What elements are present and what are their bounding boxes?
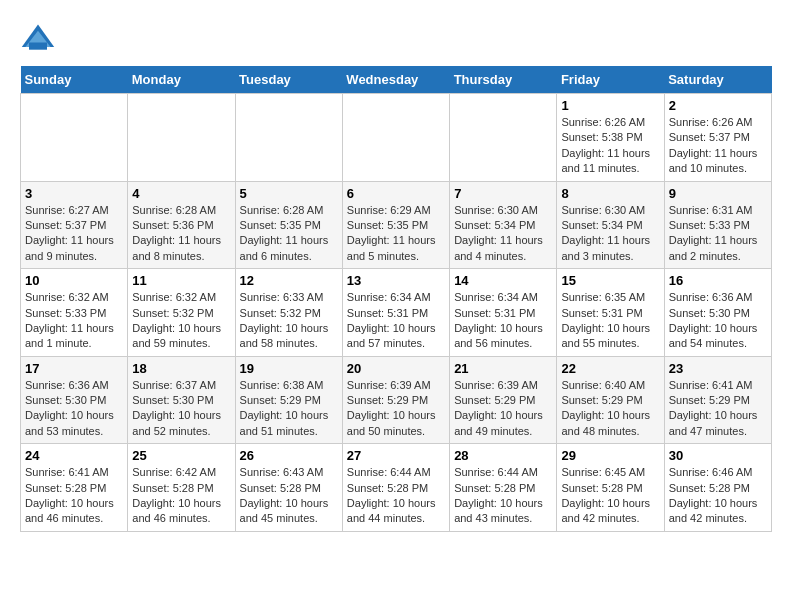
calendar-cell bbox=[128, 94, 235, 182]
calendar-cell: 13Sunrise: 6:34 AM Sunset: 5:31 PM Dayli… bbox=[342, 269, 449, 357]
day-number: 3 bbox=[25, 186, 123, 201]
calendar-header-row: SundayMondayTuesdayWednesdayThursdayFrid… bbox=[21, 66, 772, 94]
day-info: Sunrise: 6:42 AM Sunset: 5:28 PM Dayligh… bbox=[132, 465, 230, 527]
day-info: Sunrise: 6:38 AM Sunset: 5:29 PM Dayligh… bbox=[240, 378, 338, 440]
day-info: Sunrise: 6:41 AM Sunset: 5:29 PM Dayligh… bbox=[669, 378, 767, 440]
calendar-cell: 18Sunrise: 6:37 AM Sunset: 5:30 PM Dayli… bbox=[128, 356, 235, 444]
day-number: 2 bbox=[669, 98, 767, 113]
calendar-week-row: 3Sunrise: 6:27 AM Sunset: 5:37 PM Daylig… bbox=[21, 181, 772, 269]
day-number: 28 bbox=[454, 448, 552, 463]
day-number: 14 bbox=[454, 273, 552, 288]
day-info: Sunrise: 6:26 AM Sunset: 5:37 PM Dayligh… bbox=[669, 115, 767, 177]
day-info: Sunrise: 6:34 AM Sunset: 5:31 PM Dayligh… bbox=[454, 290, 552, 352]
calendar-cell: 6Sunrise: 6:29 AM Sunset: 5:35 PM Daylig… bbox=[342, 181, 449, 269]
day-info: Sunrise: 6:34 AM Sunset: 5:31 PM Dayligh… bbox=[347, 290, 445, 352]
day-info: Sunrise: 6:43 AM Sunset: 5:28 PM Dayligh… bbox=[240, 465, 338, 527]
day-number: 27 bbox=[347, 448, 445, 463]
day-number: 19 bbox=[240, 361, 338, 376]
svg-rect-2 bbox=[29, 43, 47, 50]
day-number: 12 bbox=[240, 273, 338, 288]
calendar-cell bbox=[21, 94, 128, 182]
page-header bbox=[20, 20, 772, 56]
weekday-header-monday: Monday bbox=[128, 66, 235, 94]
calendar-table: SundayMondayTuesdayWednesdayThursdayFrid… bbox=[20, 66, 772, 532]
calendar-cell: 15Sunrise: 6:35 AM Sunset: 5:31 PM Dayli… bbox=[557, 269, 664, 357]
day-info: Sunrise: 6:31 AM Sunset: 5:33 PM Dayligh… bbox=[669, 203, 767, 265]
day-number: 21 bbox=[454, 361, 552, 376]
weekday-header-sunday: Sunday bbox=[21, 66, 128, 94]
day-info: Sunrise: 6:37 AM Sunset: 5:30 PM Dayligh… bbox=[132, 378, 230, 440]
day-info: Sunrise: 6:36 AM Sunset: 5:30 PM Dayligh… bbox=[669, 290, 767, 352]
logo bbox=[20, 20, 62, 56]
calendar-cell: 25Sunrise: 6:42 AM Sunset: 5:28 PM Dayli… bbox=[128, 444, 235, 532]
calendar-cell: 7Sunrise: 6:30 AM Sunset: 5:34 PM Daylig… bbox=[450, 181, 557, 269]
day-number: 10 bbox=[25, 273, 123, 288]
day-info: Sunrise: 6:30 AM Sunset: 5:34 PM Dayligh… bbox=[561, 203, 659, 265]
day-number: 18 bbox=[132, 361, 230, 376]
day-number: 26 bbox=[240, 448, 338, 463]
day-info: Sunrise: 6:33 AM Sunset: 5:32 PM Dayligh… bbox=[240, 290, 338, 352]
calendar-cell: 17Sunrise: 6:36 AM Sunset: 5:30 PM Dayli… bbox=[21, 356, 128, 444]
calendar-cell bbox=[450, 94, 557, 182]
calendar-cell: 14Sunrise: 6:34 AM Sunset: 5:31 PM Dayli… bbox=[450, 269, 557, 357]
day-number: 23 bbox=[669, 361, 767, 376]
calendar-cell bbox=[342, 94, 449, 182]
calendar-cell: 19Sunrise: 6:38 AM Sunset: 5:29 PM Dayli… bbox=[235, 356, 342, 444]
day-info: Sunrise: 6:29 AM Sunset: 5:35 PM Dayligh… bbox=[347, 203, 445, 265]
calendar-cell: 11Sunrise: 6:32 AM Sunset: 5:32 PM Dayli… bbox=[128, 269, 235, 357]
day-info: Sunrise: 6:45 AM Sunset: 5:28 PM Dayligh… bbox=[561, 465, 659, 527]
logo-icon bbox=[20, 20, 56, 56]
calendar-cell: 2Sunrise: 6:26 AM Sunset: 5:37 PM Daylig… bbox=[664, 94, 771, 182]
day-number: 29 bbox=[561, 448, 659, 463]
day-number: 6 bbox=[347, 186, 445, 201]
weekday-header-thursday: Thursday bbox=[450, 66, 557, 94]
calendar-cell: 5Sunrise: 6:28 AM Sunset: 5:35 PM Daylig… bbox=[235, 181, 342, 269]
calendar-cell: 4Sunrise: 6:28 AM Sunset: 5:36 PM Daylig… bbox=[128, 181, 235, 269]
day-info: Sunrise: 6:30 AM Sunset: 5:34 PM Dayligh… bbox=[454, 203, 552, 265]
calendar-cell: 9Sunrise: 6:31 AM Sunset: 5:33 PM Daylig… bbox=[664, 181, 771, 269]
calendar-cell: 12Sunrise: 6:33 AM Sunset: 5:32 PM Dayli… bbox=[235, 269, 342, 357]
calendar-cell: 29Sunrise: 6:45 AM Sunset: 5:28 PM Dayli… bbox=[557, 444, 664, 532]
day-info: Sunrise: 6:44 AM Sunset: 5:28 PM Dayligh… bbox=[347, 465, 445, 527]
calendar-cell: 28Sunrise: 6:44 AM Sunset: 5:28 PM Dayli… bbox=[450, 444, 557, 532]
day-info: Sunrise: 6:44 AM Sunset: 5:28 PM Dayligh… bbox=[454, 465, 552, 527]
day-number: 11 bbox=[132, 273, 230, 288]
calendar-cell: 1Sunrise: 6:26 AM Sunset: 5:38 PM Daylig… bbox=[557, 94, 664, 182]
calendar-cell: 22Sunrise: 6:40 AM Sunset: 5:29 PM Dayli… bbox=[557, 356, 664, 444]
calendar-cell: 10Sunrise: 6:32 AM Sunset: 5:33 PM Dayli… bbox=[21, 269, 128, 357]
calendar-cell: 23Sunrise: 6:41 AM Sunset: 5:29 PM Dayli… bbox=[664, 356, 771, 444]
calendar-cell: 30Sunrise: 6:46 AM Sunset: 5:28 PM Dayli… bbox=[664, 444, 771, 532]
weekday-header-wednesday: Wednesday bbox=[342, 66, 449, 94]
day-number: 25 bbox=[132, 448, 230, 463]
day-info: Sunrise: 6:41 AM Sunset: 5:28 PM Dayligh… bbox=[25, 465, 123, 527]
weekday-header-saturday: Saturday bbox=[664, 66, 771, 94]
calendar-cell: 27Sunrise: 6:44 AM Sunset: 5:28 PM Dayli… bbox=[342, 444, 449, 532]
calendar-cell: 26Sunrise: 6:43 AM Sunset: 5:28 PM Dayli… bbox=[235, 444, 342, 532]
day-info: Sunrise: 6:40 AM Sunset: 5:29 PM Dayligh… bbox=[561, 378, 659, 440]
day-number: 30 bbox=[669, 448, 767, 463]
day-info: Sunrise: 6:27 AM Sunset: 5:37 PM Dayligh… bbox=[25, 203, 123, 265]
day-number: 13 bbox=[347, 273, 445, 288]
calendar-week-row: 1Sunrise: 6:26 AM Sunset: 5:38 PM Daylig… bbox=[21, 94, 772, 182]
day-number: 15 bbox=[561, 273, 659, 288]
weekday-header-friday: Friday bbox=[557, 66, 664, 94]
day-info: Sunrise: 6:26 AM Sunset: 5:38 PM Dayligh… bbox=[561, 115, 659, 177]
day-info: Sunrise: 6:36 AM Sunset: 5:30 PM Dayligh… bbox=[25, 378, 123, 440]
day-number: 7 bbox=[454, 186, 552, 201]
day-number: 20 bbox=[347, 361, 445, 376]
calendar-cell: 21Sunrise: 6:39 AM Sunset: 5:29 PM Dayli… bbox=[450, 356, 557, 444]
day-info: Sunrise: 6:35 AM Sunset: 5:31 PM Dayligh… bbox=[561, 290, 659, 352]
calendar-cell: 16Sunrise: 6:36 AM Sunset: 5:30 PM Dayli… bbox=[664, 269, 771, 357]
day-info: Sunrise: 6:28 AM Sunset: 5:36 PM Dayligh… bbox=[132, 203, 230, 265]
day-number: 5 bbox=[240, 186, 338, 201]
day-number: 22 bbox=[561, 361, 659, 376]
calendar-cell: 20Sunrise: 6:39 AM Sunset: 5:29 PM Dayli… bbox=[342, 356, 449, 444]
day-info: Sunrise: 6:32 AM Sunset: 5:32 PM Dayligh… bbox=[132, 290, 230, 352]
calendar-week-row: 17Sunrise: 6:36 AM Sunset: 5:30 PM Dayli… bbox=[21, 356, 772, 444]
day-number: 9 bbox=[669, 186, 767, 201]
day-number: 16 bbox=[669, 273, 767, 288]
day-number: 17 bbox=[25, 361, 123, 376]
day-number: 1 bbox=[561, 98, 659, 113]
calendar-cell bbox=[235, 94, 342, 182]
day-info: Sunrise: 6:39 AM Sunset: 5:29 PM Dayligh… bbox=[454, 378, 552, 440]
